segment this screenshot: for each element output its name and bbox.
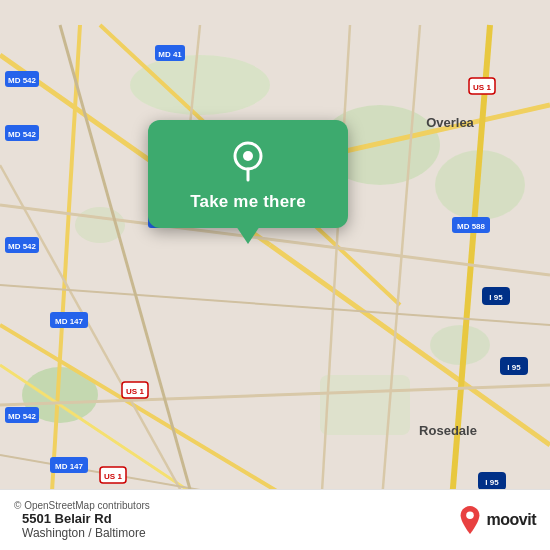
svg-text:MD 147: MD 147 xyxy=(55,317,84,326)
map-container: MD 41 MD 542 MD 542 MD 542 MD 542 MD MD … xyxy=(0,0,550,550)
svg-point-4 xyxy=(430,325,490,365)
svg-text:I 95: I 95 xyxy=(485,478,499,487)
svg-point-3 xyxy=(130,55,270,115)
svg-text:MD 542: MD 542 xyxy=(8,242,37,251)
popup-label: Take me there xyxy=(190,192,306,212)
svg-text:MD 542: MD 542 xyxy=(8,130,37,139)
moovit-pin-icon xyxy=(457,504,483,536)
svg-rect-6 xyxy=(320,375,410,435)
svg-text:MD 542: MD 542 xyxy=(8,412,37,421)
svg-text:I 95: I 95 xyxy=(507,363,521,372)
moovit-text-label: moovit xyxy=(487,511,536,529)
svg-text:US 1: US 1 xyxy=(104,472,122,481)
svg-line-20 xyxy=(380,25,420,525)
city-line: Washington / Baltimore xyxy=(22,526,146,540)
moovit-logo: moovit xyxy=(457,504,536,536)
address-line: 5501 Belair Rd xyxy=(22,511,112,526)
attribution: © OpenStreetMap contributors xyxy=(14,500,150,511)
svg-line-13 xyxy=(450,25,490,525)
bottom-bar: © OpenStreetMap contributors 5501 Belair… xyxy=(0,489,550,550)
address-block: 5501 Belair Rd Washington / Baltimore xyxy=(22,511,150,540)
svg-point-59 xyxy=(466,512,474,520)
location-pin-icon xyxy=(226,138,270,182)
svg-text:MD 542: MD 542 xyxy=(8,76,37,85)
svg-text:MD 588: MD 588 xyxy=(457,222,486,231)
map-svg: MD 41 MD 542 MD 542 MD 542 MD 542 MD MD … xyxy=(0,0,550,550)
svg-point-57 xyxy=(243,151,253,161)
svg-text:Rosedale: Rosedale xyxy=(419,423,477,438)
svg-text:US 1: US 1 xyxy=(473,83,491,92)
popup-card[interactable]: Take me there xyxy=(148,120,348,228)
svg-text:MD 41: MD 41 xyxy=(158,50,182,59)
svg-text:Overlea: Overlea xyxy=(426,115,474,130)
svg-line-18 xyxy=(320,25,350,525)
svg-text:MD 147: MD 147 xyxy=(55,462,84,471)
left-info: © OpenStreetMap contributors 5501 Belair… xyxy=(14,500,150,540)
svg-text:I 95: I 95 xyxy=(489,293,503,302)
svg-text:US 1: US 1 xyxy=(126,387,144,396)
